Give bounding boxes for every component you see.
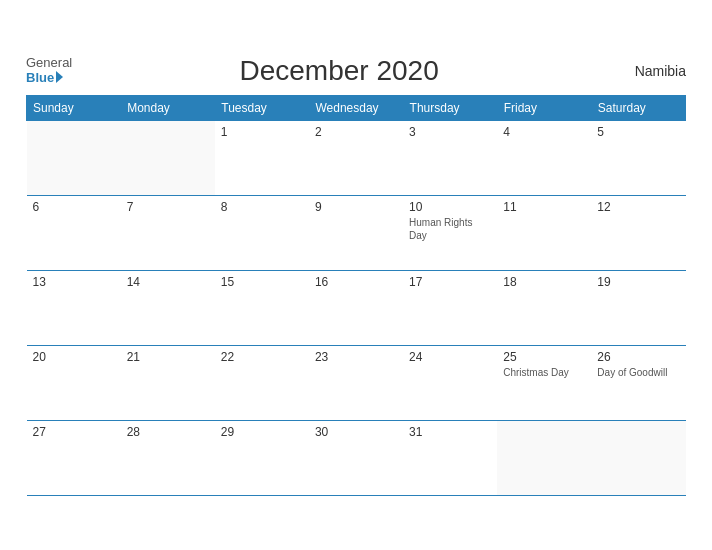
calendar-cell: 2 xyxy=(309,120,403,195)
header-saturday: Saturday xyxy=(591,95,685,120)
day-number: 7 xyxy=(127,200,134,214)
day-number: 5 xyxy=(597,125,604,139)
logo: General Blue xyxy=(26,56,72,85)
header-friday: Friday xyxy=(497,95,591,120)
calendar-cell xyxy=(121,120,215,195)
calendar-cell: 1 xyxy=(215,120,309,195)
calendar-cell: 9 xyxy=(309,195,403,270)
day-number: 9 xyxy=(315,200,322,214)
calendar-cell: 28 xyxy=(121,420,215,495)
calendar-cell: 11 xyxy=(497,195,591,270)
calendar-cell: 10Human Rights Day xyxy=(403,195,497,270)
calendar-cell: 29 xyxy=(215,420,309,495)
header-sunday: Sunday xyxy=(27,95,121,120)
day-number: 22 xyxy=(221,350,234,364)
day-number: 28 xyxy=(127,425,140,439)
calendar-cell: 16 xyxy=(309,270,403,345)
calendar-cell xyxy=(27,120,121,195)
day-number: 15 xyxy=(221,275,234,289)
day-number: 29 xyxy=(221,425,234,439)
calendar-cell xyxy=(591,420,685,495)
calendar-cell: 4 xyxy=(497,120,591,195)
calendar-cell: 17 xyxy=(403,270,497,345)
day-number: 30 xyxy=(315,425,328,439)
calendar-header: General Blue December 2020 Namibia xyxy=(26,55,686,87)
calendar-cell: 30 xyxy=(309,420,403,495)
calendar-title: December 2020 xyxy=(72,55,606,87)
day-number: 6 xyxy=(33,200,40,214)
header-thursday: Thursday xyxy=(403,95,497,120)
logo-triangle-icon xyxy=(56,71,63,83)
calendar-cell: 5 xyxy=(591,120,685,195)
day-number: 3 xyxy=(409,125,416,139)
weekday-header-row: Sunday Monday Tuesday Wednesday Thursday… xyxy=(27,95,686,120)
day-number: 26 xyxy=(597,350,610,364)
calendar-cell: 7 xyxy=(121,195,215,270)
day-number: 24 xyxy=(409,350,422,364)
country-label: Namibia xyxy=(606,63,686,79)
header-tuesday: Tuesday xyxy=(215,95,309,120)
day-number: 2 xyxy=(315,125,322,139)
day-number: 16 xyxy=(315,275,328,289)
day-number: 20 xyxy=(33,350,46,364)
day-number: 10 xyxy=(409,200,422,214)
header-monday: Monday xyxy=(121,95,215,120)
day-number: 12 xyxy=(597,200,610,214)
calendar-cell: 26Day of Goodwill xyxy=(591,345,685,420)
day-number: 14 xyxy=(127,275,140,289)
logo-blue-text: Blue xyxy=(26,71,72,85)
day-number: 27 xyxy=(33,425,46,439)
header-wednesday: Wednesday xyxy=(309,95,403,120)
calendar-cell: 22 xyxy=(215,345,309,420)
calendar-container: General Blue December 2020 Namibia Sunda… xyxy=(11,45,701,506)
day-number: 11 xyxy=(503,200,516,214)
calendar-cell: 23 xyxy=(309,345,403,420)
calendar-week-row: 2728293031 xyxy=(27,420,686,495)
calendar-cell: 12 xyxy=(591,195,685,270)
calendar-cell: 19 xyxy=(591,270,685,345)
holiday-name: Christmas Day xyxy=(503,366,585,379)
calendar-cell xyxy=(497,420,591,495)
calendar-week-row: 678910Human Rights Day1112 xyxy=(27,195,686,270)
calendar-cell: 6 xyxy=(27,195,121,270)
calendar-week-row: 13141516171819 xyxy=(27,270,686,345)
day-number: 23 xyxy=(315,350,328,364)
day-number: 31 xyxy=(409,425,422,439)
logo-general-text: General xyxy=(26,56,72,70)
calendar-cell: 13 xyxy=(27,270,121,345)
calendar-cell: 24 xyxy=(403,345,497,420)
calendar-week-row: 202122232425Christmas Day26Day of Goodwi… xyxy=(27,345,686,420)
day-number: 8 xyxy=(221,200,228,214)
calendar-cell: 14 xyxy=(121,270,215,345)
day-number: 25 xyxy=(503,350,516,364)
day-number: 21 xyxy=(127,350,140,364)
calendar-cell: 25Christmas Day xyxy=(497,345,591,420)
calendar-grid: Sunday Monday Tuesday Wednesday Thursday… xyxy=(26,95,686,496)
day-number: 19 xyxy=(597,275,610,289)
day-number: 13 xyxy=(33,275,46,289)
calendar-week-row: 12345 xyxy=(27,120,686,195)
day-number: 17 xyxy=(409,275,422,289)
day-number: 4 xyxy=(503,125,510,139)
holiday-name: Day of Goodwill xyxy=(597,366,679,379)
calendar-cell: 18 xyxy=(497,270,591,345)
calendar-cell: 3 xyxy=(403,120,497,195)
day-number: 18 xyxy=(503,275,516,289)
calendar-cell: 8 xyxy=(215,195,309,270)
calendar-cell: 21 xyxy=(121,345,215,420)
calendar-cell: 27 xyxy=(27,420,121,495)
day-number: 1 xyxy=(221,125,228,139)
calendar-cell: 31 xyxy=(403,420,497,495)
calendar-cell: 15 xyxy=(215,270,309,345)
calendar-cell: 20 xyxy=(27,345,121,420)
holiday-name: Human Rights Day xyxy=(409,216,491,242)
